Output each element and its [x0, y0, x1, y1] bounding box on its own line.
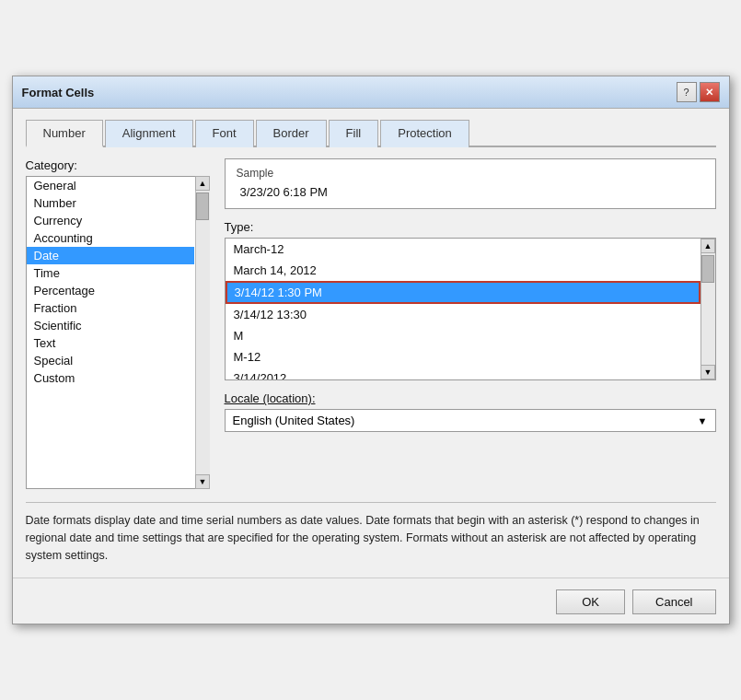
button-row: OK Cancel: [13, 578, 729, 624]
type-list-container: March-12 March 14, 2012 3/14/12 1:30 PM …: [225, 238, 716, 380]
close-button[interactable]: ✕: [700, 82, 720, 102]
type-item-selected[interactable]: 3/14/12 1:30 PM: [226, 281, 700, 304]
left-panel: Category: General Number Currency Accoun…: [26, 158, 210, 489]
type-scroll-down[interactable]: ▼: [700, 365, 715, 379]
category-item-time[interactable]: Time: [27, 264, 194, 282]
sample-label: Sample: [237, 167, 704, 180]
locale-label: Locale (location):: [225, 391, 716, 405]
type-item-m-12[interactable]: M-12: [226, 346, 700, 368]
type-item-3-14-12-1330[interactable]: 3/14/12 13:30: [226, 304, 700, 325]
sample-value: 3/23/20 6:18 PM: [237, 183, 704, 201]
cancel-button[interactable]: Cancel: [632, 589, 715, 614]
category-item-percentage[interactable]: Percentage: [27, 282, 194, 299]
locale-value: English (United States): [233, 414, 355, 427]
tab-number[interactable]: Number: [26, 120, 103, 147]
category-item-scientific[interactable]: Scientific: [27, 317, 194, 334]
type-scroll-up[interactable]: ▲: [700, 239, 715, 253]
scroll-thumb[interactable]: [196, 192, 209, 220]
type-list[interactable]: March-12 March 14, 2012 3/14/12 1:30 PM …: [226, 239, 715, 379]
category-item-currency[interactable]: Currency: [27, 212, 194, 229]
category-item-general[interactable]: General: [27, 177, 194, 194]
tab-protection[interactable]: Protection: [380, 120, 469, 147]
sample-box: Sample 3/23/20 6:18 PM: [225, 158, 716, 209]
category-scrollbar[interactable]: ▲ ▼: [195, 176, 210, 489]
dialog-title: Format Cells: [22, 86, 95, 99]
dialog-body: Number Alignment Font Border Fill Protec…: [13, 109, 729, 577]
type-item-march-12[interactable]: March-12: [226, 239, 700, 260]
scroll-down-arrow[interactable]: ▼: [195, 474, 210, 489]
tab-alignment[interactable]: Alignment: [105, 120, 193, 147]
category-item-accounting[interactable]: Accounting: [27, 229, 194, 247]
format-cells-dialog: Format Cells ? ✕ Number Alignment Font B…: [12, 76, 730, 624]
type-scrollbar[interactable]: ▲ ▼: [700, 239, 715, 379]
category-item-fraction[interactable]: Fraction: [27, 299, 194, 317]
type-item-m[interactable]: M: [226, 325, 700, 346]
tab-bar: Number Alignment Font Border Fill Protec…: [26, 118, 716, 147]
category-label: Category:: [26, 158, 210, 172]
category-item-date[interactable]: Date: [27, 247, 194, 264]
category-item-text[interactable]: Text: [27, 334, 194, 352]
right-panel: Sample 3/23/20 6:18 PM Type: March-12 Ma…: [225, 158, 716, 489]
tab-fill[interactable]: Fill: [329, 120, 379, 147]
category-item-special[interactable]: Special: [27, 352, 194, 369]
category-item-custom[interactable]: Custom: [27, 369, 194, 387]
type-item-3-14-2012[interactable]: 3/14/2012: [226, 368, 700, 379]
category-list[interactable]: General Number Currency Accounting Date …: [26, 176, 210, 489]
type-label: Type:: [225, 220, 716, 234]
help-button[interactable]: ?: [677, 82, 697, 102]
title-bar-controls: ? ✕: [677, 82, 720, 102]
category-item-number[interactable]: Number: [27, 194, 194, 212]
tab-border[interactable]: Border: [256, 120, 327, 147]
title-bar: Format Cells ? ✕: [13, 76, 729, 109]
content-area: Category: General Number Currency Accoun…: [26, 158, 716, 489]
locale-arrow-icon: ▼: [698, 415, 708, 426]
category-list-wrap: General Number Currency Accounting Date …: [26, 176, 210, 489]
scroll-up-arrow[interactable]: ▲: [195, 176, 210, 191]
type-item-march-14-2012[interactable]: March 14, 2012: [226, 260, 700, 281]
type-scroll-thumb[interactable]: [701, 255, 714, 283]
description-area: Date formats display date and time seria…: [26, 502, 716, 564]
locale-select[interactable]: English (United States) ▼: [225, 409, 716, 432]
tab-font[interactable]: Font: [195, 120, 254, 147]
ok-button[interactable]: OK: [556, 589, 625, 614]
